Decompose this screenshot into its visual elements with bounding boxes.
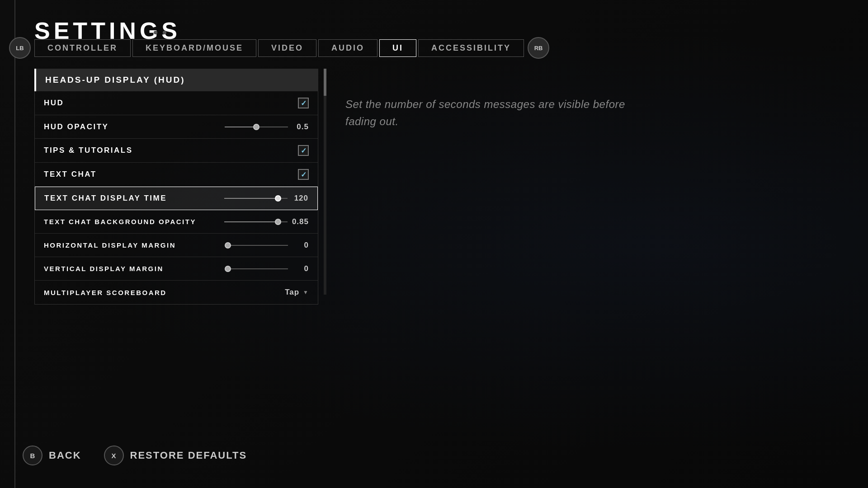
slider-thumb-vertical-margin (225, 266, 231, 272)
tab-keyboard[interactable]: KEYBOARD/MOUSE (132, 39, 256, 57)
setting-value-text-chat (298, 169, 309, 180)
setting-row-hud-opacity[interactable]: HUD OPACITY 0.5 (35, 115, 318, 139)
slider-track-horizontal-margin (225, 245, 288, 246)
setting-label-hud-opacity: HUD OPACITY (44, 122, 108, 131)
slider-track-text-chat-display-time (224, 198, 288, 199)
section-header: HEADS-UP DISPLAY (HUD) (34, 69, 318, 91)
dropdown-label-scoreboard: Tap (285, 288, 299, 297)
checkbox-text-chat[interactable] (298, 169, 309, 180)
setting-value-hud-opacity: 0.5 (225, 122, 309, 131)
slider-value-text-chat-display-time: 120 (292, 194, 308, 203)
setting-label-text-chat: TEXT CHAT (44, 170, 97, 179)
settings-items: HUD HUD OPACITY 0.5 (34, 91, 318, 305)
dropdown-scoreboard[interactable]: Tap ▼ (285, 288, 309, 297)
setting-value-text-chat-display-time: 120 (224, 194, 308, 203)
tabs-container: LB CONTROLLER KEYBOARD/MOUSE VIDEO AUDIO… (9, 37, 549, 59)
setting-label-hud: HUD (44, 99, 64, 108)
setting-row-hud[interactable]: HUD (35, 91, 318, 115)
slider-fill-hud-opacity (225, 127, 256, 127)
nav-dot-1 (154, 31, 157, 34)
setting-row-scoreboard[interactable]: MULTIPLAYER SCOREBOARD Tap ▼ (35, 281, 318, 304)
back-button-label: Back (49, 450, 81, 461)
slider-thumb-hud-opacity (253, 124, 259, 130)
setting-row-text-chat[interactable]: TEXT CHAT (35, 163, 318, 187)
tab-audio[interactable]: AUDIO (318, 39, 377, 57)
slider-value-vertical-margin: 0 (292, 264, 309, 273)
setting-label-vertical-margin: VERTICAL DISPLAY MARGIN (44, 265, 164, 272)
slider-text-chat-bg[interactable]: 0.85 (224, 217, 309, 226)
restore-button-key: X (104, 446, 124, 465)
slider-value-hud-opacity: 0.5 (292, 122, 309, 131)
back-button-key: B (23, 446, 42, 465)
nav-dots (154, 31, 166, 34)
tab-video[interactable]: VIDEO (258, 39, 316, 57)
setting-label-text-chat-display-time: TEXT CHAT DISPLAY TIME (44, 194, 167, 203)
setting-label-tips: TIPS & TUTORIALS (44, 146, 132, 155)
slider-value-horizontal-margin: 0 (292, 241, 309, 250)
slider-track-vertical-margin (225, 268, 288, 269)
setting-value-text-chat-bg: 0.85 (224, 217, 309, 226)
slider-vertical-margin[interactable]: 0 (225, 264, 309, 273)
slider-horizontal-margin[interactable]: 0 (225, 241, 309, 250)
slider-hud-opacity[interactable]: 0.5 (225, 122, 309, 131)
tab-ui[interactable]: UI (379, 39, 416, 57)
slider-value-text-chat-bg: 0.85 (292, 217, 309, 226)
slider-thumb-horizontal-margin (225, 242, 231, 249)
setting-label-horizontal-margin: HORIZONTAL DISPLAY MARGIN (44, 241, 176, 249)
slider-text-chat-display-time[interactable]: 120 (224, 194, 308, 203)
checkbox-tips[interactable] (298, 145, 309, 156)
setting-row-text-chat-bg[interactable]: TEXT CHAT BACKGROUND OPACITY 0.85 (35, 210, 318, 234)
scroll-thumb (324, 69, 326, 96)
setting-label-text-chat-bg: TEXT CHAT BACKGROUND OPACITY (44, 218, 196, 225)
setting-value-horizontal-margin: 0 (225, 241, 309, 250)
checkbox-hud[interactable] (298, 98, 309, 108)
setting-row-vertical-margin[interactable]: VERTICAL DISPLAY MARGIN 0 (35, 257, 318, 281)
slider-fill-text-chat-display-time (224, 198, 278, 199)
setting-value-vertical-margin: 0 (225, 264, 309, 273)
setting-row-horizontal-margin[interactable]: HORIZONTAL DISPLAY MARGIN 0 (35, 234, 318, 257)
tab-controller[interactable]: CONTROLLER (34, 39, 131, 57)
left-border (14, 0, 15, 488)
description-text: Set the number of seconds messages are v… (345, 96, 626, 131)
description-panel: Set the number of seconds messages are v… (345, 69, 626, 305)
content-area: HEADS-UP DISPLAY (HUD) HUD HUD OPACITY (34, 69, 626, 305)
settings-page: SETTINGS LB CONTROLLER KEYBOARD/MOUSE VI… (0, 0, 868, 488)
dropdown-arrow-scoreboard: ▼ (303, 289, 309, 296)
lb-button[interactable]: LB (9, 37, 31, 59)
setting-value-tips (298, 145, 309, 156)
tab-accessibility[interactable]: ACCESSIBILITY (418, 39, 524, 57)
rb-button[interactable]: RB (528, 37, 549, 59)
nav-dot-2 (163, 31, 166, 34)
settings-list: HEADS-UP DISPLAY (HUD) HUD HUD OPACITY (34, 69, 318, 305)
setting-value-hud (298, 98, 309, 108)
setting-row-text-chat-display-time[interactable]: TEXT CHAT DISPLAY TIME 120 (35, 187, 318, 210)
bottom-buttons: B Back X Restore Defaults (23, 446, 247, 465)
slider-fill-text-chat-bg (224, 221, 278, 222)
slider-track-hud-opacity (225, 127, 288, 127)
back-button[interactable]: B Back (23, 446, 81, 465)
scroll-indicator (324, 69, 326, 295)
restore-button-label: Restore Defaults (130, 450, 247, 461)
setting-value-scoreboard: Tap ▼ (285, 288, 309, 297)
setting-row-tips[interactable]: TIPS & TUTORIALS (35, 139, 318, 163)
restore-button[interactable]: X Restore Defaults (104, 446, 247, 465)
setting-label-scoreboard: MULTIPLAYER SCOREBOARD (44, 289, 167, 296)
slider-track-text-chat-bg (224, 221, 288, 222)
slider-thumb-text-chat-bg (275, 219, 281, 225)
slider-thumb-text-chat-display-time (275, 195, 281, 202)
tabs: CONTROLLER KEYBOARD/MOUSE VIDEO AUDIO UI… (34, 39, 524, 57)
